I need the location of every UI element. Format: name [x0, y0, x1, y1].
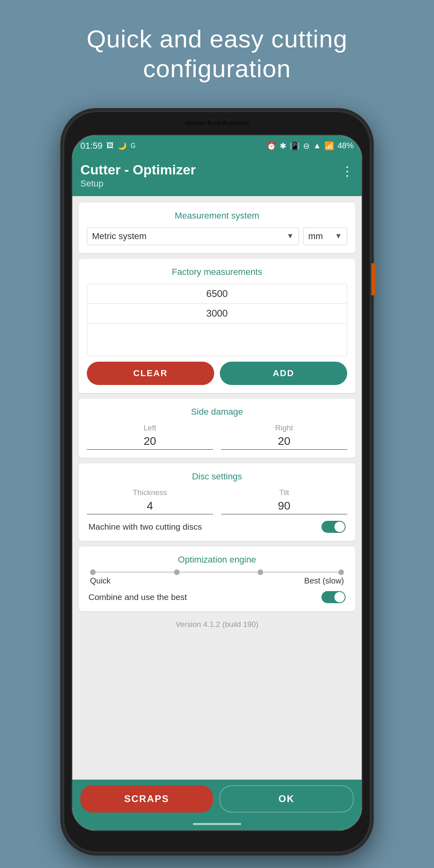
- battery-text: 48%: [338, 141, 354, 150]
- screen-content-wrapper: 01:59 🖼 🌙 G ⏰ ✱ 📳 ⊖ ▲ 📶 48%: [72, 135, 362, 830]
- app-bar-text: Cutter - Optimizer Setup: [80, 162, 196, 189]
- factory-input-row-2[interactable]: 3000: [87, 304, 347, 323]
- factory-input-row-1[interactable]: 6500: [87, 284, 347, 304]
- moon-icon: 🌙: [118, 141, 127, 150]
- side-damage-title: Side damage: [87, 407, 347, 417]
- home-bar: [193, 823, 241, 825]
- add-button[interactable]: ADD: [220, 362, 347, 385]
- disc-settings-row: Thickness 4 Tilt 90: [87, 488, 347, 514]
- opt-slider-container: Quick Best (slow): [87, 571, 347, 585]
- opt-slider[interactable]: [90, 571, 344, 573]
- vibrate-icon: 📳: [290, 141, 300, 151]
- unit-value: mm: [308, 231, 323, 242]
- app-title: Cutter - Optimizer: [80, 162, 196, 178]
- combine-toggle[interactable]: [321, 591, 346, 603]
- tilt-label: Tilt: [279, 488, 289, 497]
- slider-dot-4: [338, 569, 344, 575]
- measurement-system-title: Measurement system: [87, 211, 347, 221]
- version-text: Version 4.1.2 (build 190): [79, 617, 355, 631]
- side-damage-row: Left 20 Right 20: [87, 424, 347, 450]
- home-indicator: [72, 818, 362, 830]
- translate-icon: G: [131, 142, 135, 149]
- two-discs-toggle[interactable]: [321, 521, 346, 533]
- camera-area: [206, 119, 228, 127]
- factory-buttons-row: CLEAR ADD: [87, 362, 347, 385]
- two-discs-row: Machine with two cutting discs: [87, 521, 347, 533]
- status-bar: 01:59 🖼 🌙 G ⏰ ✱ 📳 ⊖ ▲ 📶 48%: [72, 135, 362, 156]
- combine-row: Combine and use the best: [87, 591, 347, 603]
- measurement-system-arrow: ▼: [287, 232, 294, 240]
- status-right: ⏰ ✱ 📳 ⊖ ▲ 📶 48%: [266, 141, 354, 151]
- bottom-bar: SCRAPS OK: [72, 780, 362, 818]
- combine-toggle-knob: [334, 592, 345, 602]
- bluetooth-icon: ✱: [280, 141, 287, 151]
- disc-settings-card: Disc settings Thickness 4 Tilt 90: [79, 463, 355, 541]
- unit-dropdown[interactable]: mm ▼: [303, 227, 347, 245]
- left-label: Left: [143, 424, 156, 432]
- slider-dot-2: [174, 569, 180, 575]
- slider-dot-1: [90, 569, 96, 575]
- phone-shell: 01:59 🖼 🌙 G ⏰ ✱ 📳 ⊖ ▲ 📶 48%: [60, 108, 374, 856]
- signal-icon: 📶: [324, 141, 334, 151]
- alarm-icon: ⏰: [266, 141, 276, 151]
- dnd-icon: ⊖: [303, 141, 310, 151]
- scraps-button[interactable]: SCRAPS: [80, 785, 213, 813]
- side-damage-card: Side damage Left 20 Right 20: [79, 399, 355, 458]
- gallery-icon: 🖼: [106, 141, 114, 150]
- toggle-knob: [334, 522, 345, 532]
- main-content: Measurement system Metric system ▼ mm ▼: [72, 196, 362, 780]
- camera-right: [221, 119, 228, 127]
- page-headline: Quick and easy cutting configuration: [76, 24, 358, 84]
- wifi-icon: ▲: [313, 141, 321, 150]
- two-discs-label: Machine with two cutting discs: [88, 522, 202, 532]
- left-value[interactable]: 20: [87, 435, 213, 450]
- factory-value-1: 6500: [93, 288, 341, 299]
- status-time: 01:59: [80, 141, 102, 151]
- thickness-label: Thickness: [133, 488, 167, 497]
- measurement-system-card: Measurement system Metric system ▼ mm ▼: [79, 203, 355, 253]
- phone-screen: 01:59 🖼 🌙 G ⏰ ✱ 📳 ⊖ ▲ 📶 48%: [72, 135, 362, 831]
- measurement-system-dropdown[interactable]: Metric system ▼: [87, 227, 299, 245]
- app-subtitle: Setup: [80, 178, 196, 189]
- factory-input-row-empty[interactable]: [87, 323, 347, 356]
- clear-button[interactable]: CLEAR: [87, 362, 214, 385]
- measurement-row: Metric system ▼ mm ▼: [87, 227, 347, 245]
- factory-value-2: 3000: [93, 308, 341, 319]
- tilt-field: Tilt 90: [221, 488, 347, 514]
- thickness-field: Thickness 4: [87, 488, 213, 514]
- side-damage-right-field: Right 20: [221, 424, 347, 450]
- optimization-engine-title: Optimization engine: [87, 555, 347, 565]
- app-bar: Cutter - Optimizer Setup ⋮: [72, 156, 362, 196]
- optimization-engine-card: Optimization engine Quick: [79, 547, 355, 611]
- right-label: Right: [275, 424, 293, 432]
- factory-inputs-list: 6500 3000: [87, 284, 347, 356]
- factory-measurements-title: Factory measurements: [87, 267, 347, 277]
- opt-label-best: Best (slow): [304, 576, 344, 585]
- side-damage-left-field: Left 20: [87, 424, 213, 450]
- opt-labels: Quick Best (slow): [90, 576, 344, 585]
- thickness-value[interactable]: 4: [87, 500, 213, 514]
- camera-left: [206, 119, 213, 127]
- opt-label-quick: Quick: [90, 576, 111, 585]
- tilt-value[interactable]: 90: [221, 500, 347, 514]
- slider-dot-3: [258, 569, 263, 575]
- ok-button[interactable]: OK: [219, 785, 354, 813]
- disc-settings-title: Disc settings: [87, 471, 347, 482]
- unit-arrow: ▼: [335, 232, 342, 240]
- slider-track: [90, 571, 344, 573]
- factory-measurements-card: Factory measurements 6500 3000 CLEAR: [79, 259, 355, 393]
- right-value[interactable]: 20: [221, 435, 347, 450]
- status-left: 01:59 🖼 🌙 G: [80, 141, 136, 151]
- combine-label: Combine and use the best: [88, 592, 187, 602]
- more-options-icon[interactable]: ⋮: [341, 164, 354, 179]
- phone-mockup: 01:59 🖼 🌙 G ⏰ ✱ 📳 ⊖ ▲ 📶 48%: [60, 108, 374, 856]
- measurement-system-value: Metric system: [92, 231, 147, 242]
- side-button[interactable]: [371, 263, 375, 295]
